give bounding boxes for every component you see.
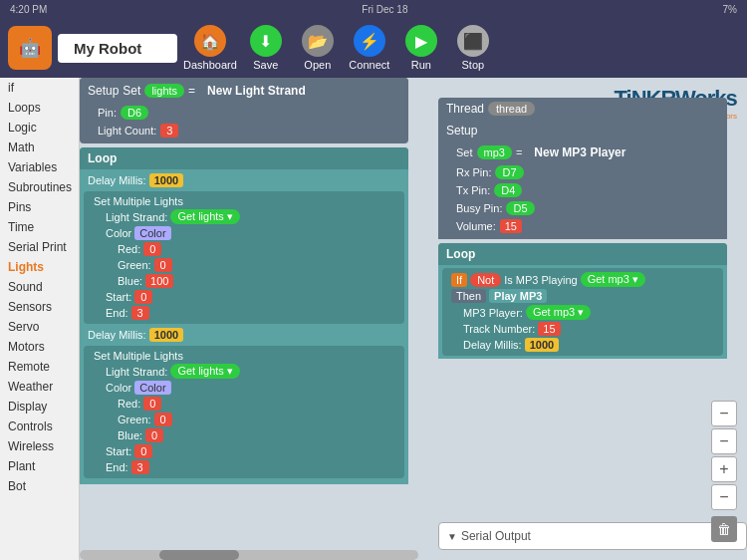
sidebar-item-sensors[interactable]: Sensors bbox=[0, 297, 79, 317]
color-val-1[interactable]: Color bbox=[134, 226, 170, 240]
open-button[interactable]: 📂 Open bbox=[295, 25, 341, 71]
color-val-2[interactable]: Color bbox=[134, 381, 170, 395]
if-row: If Not Is MP3 Playing Get mp3 ▾ bbox=[447, 271, 718, 288]
sidebar-item-pins[interactable]: Pins bbox=[0, 197, 79, 217]
blue-val-1[interactable]: 100 bbox=[145, 274, 173, 288]
get-lights-pill-2[interactable]: Get lights ▾ bbox=[170, 364, 240, 379]
sidebar-item-time[interactable]: Time bbox=[0, 217, 79, 237]
tx-pin-row: Tx Pin: D4 bbox=[450, 181, 727, 199]
sidebar-item-if[interactable]: if bbox=[0, 78, 79, 98]
sidebar-item-serialprint[interactable]: Serial Print bbox=[0, 237, 79, 257]
pin-val[interactable]: D6 bbox=[121, 106, 148, 120]
dashboard-button[interactable]: 🏠 Dashboard bbox=[183, 25, 237, 71]
get-mp3-pill-if[interactable]: Get mp3 ▾ bbox=[581, 272, 645, 287]
sidebar-item-plant[interactable]: Plant bbox=[0, 456, 79, 476]
trash-button[interactable]: 🗑 bbox=[711, 516, 737, 542]
red-row-1: Red: 0 bbox=[114, 241, 398, 257]
rx-pin-val[interactable]: D7 bbox=[495, 165, 523, 179]
start-val-1[interactable]: 0 bbox=[134, 290, 152, 304]
new-light-strand-btn[interactable]: New Light Strand bbox=[199, 82, 314, 100]
light-strand-row-2: Light Strand: Get lights ▾ bbox=[102, 363, 398, 380]
delay-row-2: Delay Millis: 1000 bbox=[84, 327, 404, 343]
app-title-box: My Robot bbox=[58, 34, 177, 63]
serial-output-panel[interactable]: ▼ Serial Output bbox=[438, 522, 747, 550]
sidebar-item-subroutines[interactable]: Subroutines bbox=[0, 177, 79, 197]
horizontal-scrollbar[interactable] bbox=[80, 550, 418, 560]
is-mp3-playing-text: Is MP3 Playing bbox=[504, 274, 577, 286]
get-lights-pill-1[interactable]: Get lights ▾ bbox=[170, 209, 240, 224]
track-number-val[interactable]: 15 bbox=[538, 322, 560, 336]
start-row-2: Start: 0 bbox=[102, 443, 398, 459]
sidebar-item-weather[interactable]: Weather bbox=[0, 377, 79, 397]
connect-button[interactable]: ⚡ Connect bbox=[347, 25, 392, 71]
delay-val-2[interactable]: 1000 bbox=[149, 328, 183, 342]
light-count-val[interactable]: 3 bbox=[160, 124, 178, 138]
sidebar-item-motors[interactable]: Motors bbox=[0, 337, 79, 357]
sidebar-item-bot[interactable]: Bot bbox=[0, 476, 79, 496]
sidebar-item-remote[interactable]: Remote bbox=[0, 357, 79, 377]
tx-pin-val[interactable]: D4 bbox=[494, 183, 522, 197]
zoom-out-button-1[interactable]: − bbox=[711, 401, 737, 426]
sidebar-item-variables[interactable]: Variables bbox=[0, 157, 79, 177]
right-setup-header: Setup bbox=[438, 120, 727, 141]
red-val-1[interactable]: 0 bbox=[143, 242, 161, 256]
green-val-2[interactable]: 0 bbox=[154, 413, 172, 426]
light-strand-label-1: Light Strand: bbox=[106, 211, 167, 223]
green-val-1[interactable]: 0 bbox=[154, 258, 172, 272]
pin-label: Pin: bbox=[98, 107, 117, 119]
stop-button[interactable]: ⬛ Stop bbox=[450, 25, 496, 71]
right-delay-row: Delay Millis: 1000 bbox=[459, 337, 718, 353]
new-mp3-player-btn[interactable]: New MP3 Player bbox=[526, 143, 633, 161]
loop-block: Loop Delay Millis: 1000 Set Multiple Lig… bbox=[80, 147, 408, 484]
volume-row: Volume: 15 bbox=[450, 217, 727, 235]
save-button[interactable]: ⬇ Save bbox=[243, 25, 289, 71]
volume-val[interactable]: 15 bbox=[500, 219, 522, 233]
end-val-1[interactable]: 3 bbox=[131, 306, 149, 320]
if-label: If bbox=[451, 273, 467, 287]
track-number-label: Track Number: bbox=[463, 323, 535, 335]
set-multiple-lights-block-1: Set Multiple Lights Light Strand: Get li… bbox=[84, 191, 404, 324]
sidebar-item-logic[interactable]: Logic bbox=[0, 118, 79, 138]
busy-pin-val[interactable]: D5 bbox=[506, 201, 534, 215]
right-delay-val[interactable]: 1000 bbox=[525, 338, 559, 352]
sidebar-item-lights[interactable]: Lights bbox=[0, 257, 79, 277]
setup-label: Setup bbox=[88, 84, 119, 98]
if-block: If Not Is MP3 Playing Get mp3 ▾ Then Pla… bbox=[442, 268, 723, 356]
light-count-label: Light Count: bbox=[98, 125, 156, 137]
setup-header: Setup Set lights = New Light Strand bbox=[80, 78, 408, 104]
end-label-2: End: bbox=[106, 461, 128, 473]
end-row-1: End: 3 bbox=[102, 305, 398, 321]
zoom-out-button-3[interactable]: − bbox=[711, 484, 737, 510]
run-button[interactable]: ▶ Run bbox=[398, 25, 444, 71]
sidebar-item-servo[interactable]: Servo bbox=[0, 317, 79, 337]
sidebar-item-math[interactable]: Math bbox=[0, 138, 79, 157]
start-label-2: Start: bbox=[106, 445, 131, 457]
then-label: Then bbox=[451, 289, 486, 303]
mp3-player-label: MP3 Player: bbox=[463, 307, 523, 319]
delay-val-1[interactable]: 1000 bbox=[149, 173, 183, 187]
not-label[interactable]: Not bbox=[470, 273, 501, 287]
end-val-2[interactable]: 3 bbox=[131, 460, 149, 474]
start-val-2[interactable]: 0 bbox=[134, 444, 152, 458]
rx-pin-row: Rx Pin: D7 bbox=[450, 163, 727, 181]
lights-var-pill[interactable]: lights bbox=[144, 84, 184, 98]
zoom-in-button[interactable]: + bbox=[711, 456, 737, 482]
right-block-section: Thread thread Setup Set mp3 = New MP3 Pl… bbox=[438, 98, 727, 359]
block-canvas[interactable]: TiNKRWorks transforming learners to inno… bbox=[80, 78, 747, 560]
zoom-out-button-2[interactable]: − bbox=[711, 428, 737, 454]
home-icon: 🏠 bbox=[194, 25, 226, 57]
sidebar-item-controls[interactable]: Controls bbox=[0, 417, 79, 436]
sidebar-item-loops[interactable]: Loops bbox=[0, 98, 79, 118]
scrollbar-thumb[interactable] bbox=[159, 550, 239, 560]
left-block-section: Setup Set lights = New Light Strand Pin:… bbox=[80, 78, 408, 484]
red-val-2[interactable]: 0 bbox=[143, 397, 161, 411]
get-mp3-pill-player[interactable]: Get mp3 ▾ bbox=[526, 305, 591, 320]
then-row: Then Play MP3 bbox=[447, 288, 718, 304]
blue-val-2[interactable]: 0 bbox=[145, 428, 163, 442]
color-label-row-1: Color Color bbox=[102, 225, 398, 241]
sidebar-item-display[interactable]: Display bbox=[0, 397, 79, 417]
mp3-var-pill[interactable]: mp3 bbox=[477, 145, 512, 159]
sidebar-item-sound[interactable]: Sound bbox=[0, 277, 79, 297]
sidebar-item-wireless[interactable]: Wireless bbox=[0, 436, 79, 456]
thread-pill[interactable]: thread bbox=[488, 102, 535, 116]
